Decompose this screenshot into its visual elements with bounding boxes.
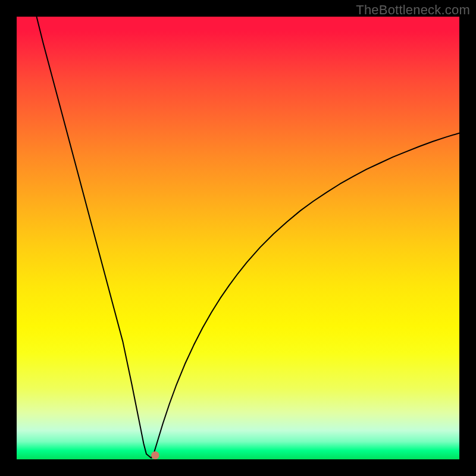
chart-frame: TheBottleneck.com xyxy=(0,0,476,476)
watermark-text: TheBottleneck.com xyxy=(356,2,470,18)
bottleneck-curve xyxy=(36,17,459,458)
optimum-marker xyxy=(151,452,159,459)
plot-area xyxy=(17,17,459,459)
curve-layer xyxy=(17,17,459,459)
